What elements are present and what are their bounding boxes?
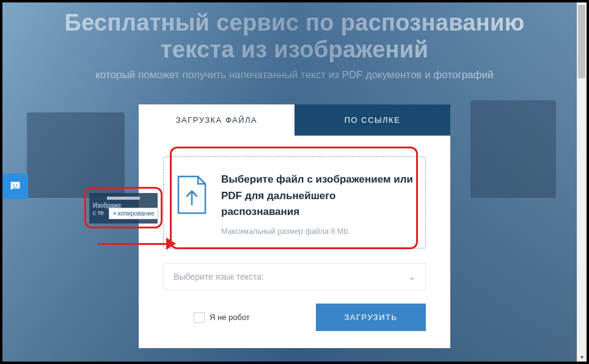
- annotation-arrow: [98, 237, 177, 252]
- drag-preview-text-2: с те: [93, 209, 104, 216]
- dropzone-title: Выберите файл с изображением или PDF для…: [221, 172, 413, 220]
- background-decor-right: [470, 100, 556, 198]
- language-placeholder: Выберите язык текста:: [174, 272, 264, 282]
- dropzone-hint: Максимальный размер файла 8 Mb.: [221, 227, 413, 236]
- tabs: ЗАГРУЗКА ФАЙЛА ПО ССЫЛКЕ: [139, 104, 450, 136]
- copy-badge: + копирование: [109, 208, 158, 219]
- tab-by-url[interactable]: ПО ССЫЛКЕ: [294, 104, 450, 136]
- scrollbar-thumb[interactable]: [578, 5, 585, 78]
- checkbox-box: [194, 312, 205, 323]
- tab-upload-file[interactable]: ЗАГРУЗКА ФАЙЛА: [139, 104, 294, 136]
- page-viewport: Бесплатный сервис по распознаванию текст…: [2, 2, 587, 362]
- copy-badge-label: копирование: [118, 210, 155, 217]
- background-decor-left: [27, 112, 125, 198]
- svg-point-0: [13, 184, 14, 186]
- upload-file-icon: [176, 175, 208, 218]
- captcha-label: Я не робот: [210, 313, 250, 322]
- chat-icon: [9, 180, 22, 193]
- upload-card: ЗАГРУЗКА ФАЙЛА ПО ССЫЛКЕ Выберите файл с…: [139, 104, 450, 348]
- actions-row: Я не робот ЗАГРУЗИТЬ: [163, 304, 426, 331]
- chat-widget-button[interactable]: [2, 173, 28, 199]
- dropzone-text: Выберите файл с изображением или PDF для…: [221, 172, 413, 236]
- scrollbar-down-button[interactable]: ▾: [577, 352, 587, 362]
- submit-button[interactable]: ЗАГРУЗИТЬ: [316, 304, 426, 331]
- language-select[interactable]: Выберите язык текста: ⌄: [163, 263, 426, 290]
- svg-point-1: [16, 184, 18, 186]
- tab-content: Выберите файл с изображением или PDF для…: [139, 136, 450, 348]
- file-dropzone[interactable]: Выберите файл с изображением или PDF для…: [163, 156, 426, 249]
- chevron-down-icon: ⌄: [409, 272, 415, 282]
- plus-icon: +: [113, 210, 117, 217]
- captcha-checkbox[interactable]: Я не робот: [194, 312, 250, 323]
- scrollbar-vertical[interactable]: [577, 2, 587, 352]
